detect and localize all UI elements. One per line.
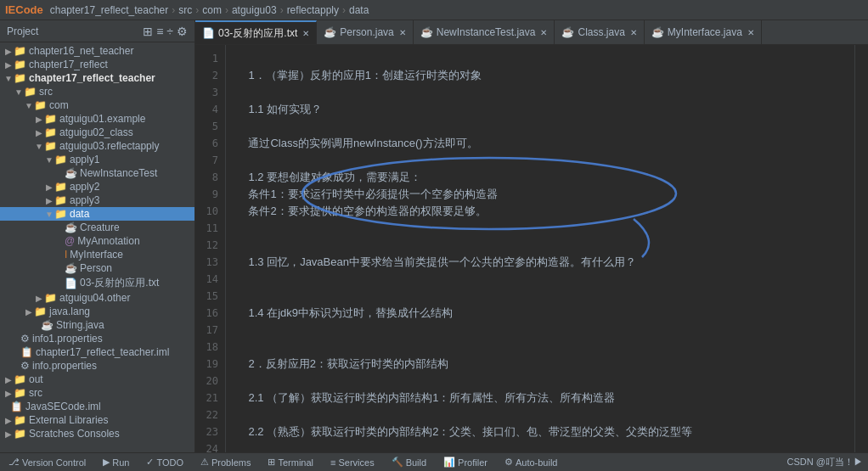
code-line [236,440,844,452]
sidebar-item-info1props[interactable]: ⚙ info1.properties [0,332,194,345]
sidebar-item-javalang[interactable]: ▶ 📁 java.lang [0,305,194,318]
code-line [236,339,844,356]
sidebar-icon-2[interactable]: ≡ [156,25,163,38]
bottom-tab-services[interactable]: ≡ Services [327,456,378,469]
sidebar-item-creature[interactable]: ☕ Creature [0,221,194,234]
tab-myinterface[interactable]: ☕ MyInterface.java ✕ [645,20,762,44]
sidebar-item-chapter16[interactable]: ▶ 📁 chapter16_net_teacher [0,44,194,58]
tab-person[interactable]: ☕ Person.java ✕ [317,20,413,44]
arrow-icon: ▼ [14,87,24,97]
arrow-icon: ▶ [3,47,14,56]
sidebar-item-myannotation[interactable]: @ MyAnnotation [0,234,194,248]
code-line: 1.3 回忆，JavaBean中要求给当前类提供一个公共的空参的构造器。有什么用… [236,254,844,271]
tab-txtfile[interactable]: 📄 03-反射的应用.txt ✕ [195,20,317,44]
sidebar-item-myinterface[interactable]: I MyInterface [0,248,194,261]
bottom-tab-build[interactable]: 🔨 Build [388,455,430,469]
bottom-tab-versioncontrol[interactable]: ⎇ Version Control [5,455,89,469]
sidebar-item-apply3[interactable]: ▶ 📁 apply3 [0,193,194,207]
sidebar-item-stringjava[interactable]: ☕ String.java [0,318,194,332]
bottom-bar: ⎇ Version Control ▶ Run ✓ TODO ⚠ Problem… [0,452,868,471]
sidebar-item-extlibs[interactable]: ▶ 📁 External Libraries [0,413,194,427]
arrow-icon: ▼ [44,210,54,219]
bottom-tab-problems[interactable]: ⚠ Problems [197,455,254,469]
breadcrumb: chapter17_reflect_teacher › src › com › … [50,4,369,16]
sidebar-item-label: atguigu02_class [59,126,133,138]
sidebar-icon-3[interactable]: ÷ [166,25,173,38]
sidebar-item-label: Person [80,262,112,274]
sidebar-item-newinstancetest[interactable]: ☕ NewInstanceTest [0,166,194,180]
code-line: 条件1：要求运行时类中必须提供一个空参的构造器 [236,186,844,203]
sidebar-icon-1[interactable]: ⊞ [143,25,153,38]
sidebar-item-data[interactable]: ▼ 📁 data [0,207,194,221]
sidebar-item-apply2[interactable]: ▶ 📁 apply2 [0,180,194,193]
arrow-icon: ▶ [44,196,54,205]
sidebar-item-atguigu03[interactable]: ▼ 📁 atguigu03.reflectapply [0,139,194,153]
folder-icon: 📁 [14,428,26,440]
sidebar-item-textfile[interactable]: 📄 03-反射的应用.txt [0,275,194,291]
sidebar-item-label: out [29,373,43,385]
sidebar-item-label: MyInterface [70,249,123,261]
bottom-tab-terminal[interactable]: ⊞ Terminal [264,455,317,469]
arrow-icon: ▼ [34,142,44,151]
sidebar-item-label: src [29,387,42,399]
folder-icon: 📁 [54,194,67,206]
sidebar-item-javascode[interactable]: 📋 JavaSECode.iml [0,400,194,413]
bottom-tab-label: Version Control [22,457,86,468]
folder-icon: 📁 [24,86,37,98]
main-layout: Project ⊞ ≡ ÷ ⚙ ▶ 📁 chapter16_net_teache… [0,20,868,452]
tab-label: NewInstanceTest.java [437,26,536,38]
close-tab-button[interactable]: ✕ [399,28,406,37]
tab-icon: ☕ [420,26,433,38]
sidebar-item-person[interactable]: ☕ Person [0,261,194,275]
tab-newinstancetest[interactable]: ☕ NewInstanceTest.java ✕ [414,20,555,44]
arrow-icon: ▼ [24,101,34,110]
problems-icon: ⚠ [200,457,209,468]
bottom-tab-label: Problems [211,457,251,468]
close-tab-button[interactable]: ✕ [540,28,547,37]
close-tab-button[interactable]: ✕ [302,29,309,38]
code-line [236,407,844,423]
code-editor[interactable]: 1．（掌握）反射的应用1：创建运行时类的对象 1.1 如何实现？ 通过Class… [226,45,854,452]
sidebar-item-atguigu01[interactable]: ▶ 📁 atguigu01.example [0,112,194,126]
folder-icon: 📁 [14,373,26,385]
build-icon: 🔨 [392,457,403,468]
sidebar-item-src2[interactable]: ▶ 📁 src [0,386,194,400]
close-tab-button[interactable]: ✕ [630,28,637,37]
tab-classjava[interactable]: ☕ Class.java ✕ [555,20,644,44]
sidebar-item-iml[interactable]: 📋 chapter17_reflect_teacher.iml [0,345,194,359]
properties-icon: ⚙ [20,333,30,345]
folder-icon: 📁 [44,113,57,125]
sidebar-icon-4[interactable]: ⚙ [177,25,188,38]
sidebar-item-com[interactable]: ▼ 📁 com [0,98,194,112]
folder-icon: 📁 [14,414,26,426]
sidebar-item-label: atguigu03.reflectapply [59,140,159,152]
bottom-tab-profiler[interactable]: 📊 Profiler [440,455,491,469]
bottom-tab-label: Terminal [278,457,313,468]
bottom-tab-run[interactable]: ▶ Run [99,455,132,469]
sidebar-item-chapter17r[interactable]: ▶ 📁 chapter17_reflect [0,58,194,71]
sidebar-item-atguigu02[interactable]: ▶ 📁 atguigu02_class [0,126,194,139]
code-line: 2.2 （熟悉）获取运行时类的内部结构2：父类、接口们、包、带泛型的父类、父类的… [236,423,844,440]
sidebar-item-src[interactable]: ▼ 📁 src [0,85,194,98]
close-tab-button[interactable]: ✕ [747,28,754,37]
breadcrumb-sep: › [280,4,284,16]
bottom-tab-autobuild[interactable]: ⚙ Auto-build [501,455,561,469]
autobuild-icon: ⚙ [504,457,513,468]
sidebar-item-scratches[interactable]: ▶ 📁 Scratches Consoles [0,427,194,440]
sidebar-item-label: Creature [80,221,120,233]
sidebar-item-apply1[interactable]: ▼ 📁 apply1 [0,153,194,166]
sidebar-item-infoprops[interactable]: ⚙ info.properties [0,359,194,373]
sidebar-item-chapter17rt[interactable]: ▼ 📁 chapter17_reflect_teacher [0,71,194,85]
folder-icon: 📁 [44,126,57,138]
folder-icon: 📁 [44,292,57,304]
sidebar-item-atguigu04[interactable]: ▶ 📁 atguigu04.other [0,291,194,305]
top-bar: IECode chapter17_reflect_teacher › src ›… [0,0,868,20]
bottom-tab-todo[interactable]: ✓ TODO [143,455,187,469]
sidebar-item-label: apply2 [70,181,99,193]
run-icon: ▶ [103,457,110,468]
code-line [236,373,844,390]
iml-icon: 📋 [20,346,33,358]
sidebar-item-out[interactable]: ▶ 📁 out [0,373,194,386]
bottom-tab-label: Run [112,457,129,468]
breadcrumb-item: chapter17_reflect_teacher [50,4,168,16]
